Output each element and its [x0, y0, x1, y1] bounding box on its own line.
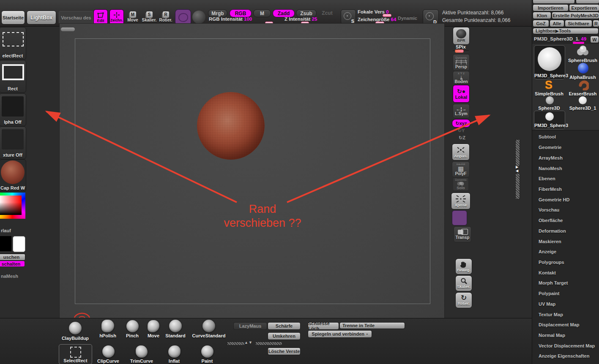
- menu-morph-target[interactable]: Morph Target: [532, 278, 599, 288]
- r-button[interactable]: R: [593, 20, 599, 27]
- brush-clipcurve[interactable]: ClipCurve: [94, 345, 123, 364]
- bottom-divider-arrows[interactable]: ▲▼: [244, 340, 253, 345]
- lightbox-button[interactable]: LightBox: [27, 11, 56, 24]
- color-picker[interactable]: [0, 193, 25, 219]
- tool-thumb-alphabrush[interactable]: AlphaBrush: [567, 63, 599, 80]
- erstelle-polymesh3d-button[interactable]: Erstelle PolyMesh3D: [552, 12, 599, 19]
- lokal-symmetry-button[interactable]: ↻● Lokal: [453, 85, 470, 103]
- tray-open-arrow[interactable]: ▶: [514, 165, 520, 169]
- xyz-symmetry-button[interactable]: ↻xyz: [452, 119, 470, 128]
- spiegeln-verbinden-button[interactable]: Spiegeln und verbinden ×: [308, 330, 372, 338]
- tool-thumb-simplebrush[interactable]: S SimpleBrush: [533, 80, 565, 96]
- brush-curvestandard[interactable]: CurveStandard: [189, 319, 228, 339]
- color-picker-field[interactable]: [0, 196, 22, 215]
- anpassen-frame-button[interactable]: Anpas.: [452, 144, 470, 160]
- brush-standard[interactable]: Standard: [162, 319, 189, 339]
- menu-nanomesh[interactable]: NanoMesh: [532, 163, 599, 174]
- polyframe-button[interactable]: ine-Fill ▦ PolyF: [452, 161, 470, 177]
- menu-subtool[interactable]: Subtool: [532, 132, 599, 142]
- main-color-swatch[interactable]: [0, 236, 11, 251]
- boden-button[interactable]: x Y z ↓ Boden: [453, 71, 470, 84]
- menu-fibermesh[interactable]: FiberMesh: [532, 184, 599, 195]
- menu-polypaint[interactable]: Polypaint: [532, 288, 599, 299]
- toggle-color-button[interactable]: schalten: [0, 261, 25, 266]
- cutoff-button-right[interactable]: [576, 0, 599, 4]
- rect-stroke-tile[interactable]: Rect: [0, 60, 26, 93]
- sichtbare-button[interactable]: Sichtbare: [565, 20, 592, 27]
- w-button[interactable]: W: [590, 36, 599, 43]
- menu-vorschau[interactable]: Vorschau: [532, 205, 599, 215]
- brush-inflat[interactable]: Inflat: [164, 345, 184, 364]
- brush-paint[interactable]: Paint: [197, 345, 217, 364]
- brush-trimcurve[interactable]: TrimCurve: [125, 345, 158, 364]
- menu-geometrie[interactable]: Geometrie: [532, 142, 599, 153]
- bpr-render-button[interactable]: BPR: [453, 27, 470, 45]
- solo-button[interactable]: Dynamic Solo: [453, 177, 469, 191]
- material-tile[interactable]: Cap Red W: [0, 159, 26, 192]
- startseite-button[interactable]: Startseite: [1, 11, 25, 24]
- alpha-off-tile[interactable]: lpha Off: [0, 93, 26, 126]
- menu-anzeige[interactable]: Anzeige: [532, 247, 599, 257]
- secondary-color-swatch[interactable]: [13, 236, 25, 252]
- umkehren-button[interactable]: Umkehren: [268, 332, 301, 340]
- material-sphere-icon[interactable]: [191, 9, 206, 24]
- spix-slider-handle[interactable]: [455, 49, 464, 53]
- loesche-verste-button[interactable]: Lösche Verste: [268, 348, 301, 355]
- schaerfe-button[interactable]: Schärfe: [268, 322, 301, 330]
- importieren-button[interactable]: Importieren: [533, 4, 569, 11]
- menu-kontakt[interactable]: Kontakt: [532, 267, 599, 278]
- menu-anzeige-eigenschaften[interactable]: Anzeige Eigenschaften: [532, 351, 599, 361]
- vorschau-button[interactable]: Vorschau des: [59, 11, 93, 24]
- exportieren-button[interactable]: Exportieren: [569, 4, 599, 11]
- m-toggle[interactable]: M: [253, 9, 271, 17]
- lazymaus-button[interactable]: LazyMaus: [233, 322, 267, 330]
- menu-displacement-map[interactable]: Displacement Map: [532, 320, 599, 330]
- bottom-divider-left[interactable]: [227, 342, 245, 345]
- bottom-divider-right[interactable]: [255, 342, 282, 345]
- lsym-button[interactable]: ←¦→ L.Sym: [453, 104, 470, 118]
- alle-button[interactable]: Alle: [550, 20, 564, 27]
- brush-selectrect[interactable]: SelectRect: [59, 344, 92, 364]
- lightbox-tools-button[interactable]: Lightbox▶Tools: [533, 28, 599, 34]
- menu-maskieren[interactable]: Maskieren: [532, 236, 599, 247]
- brush-claybuildup[interactable]: ClayBuildup: [59, 321, 91, 341]
- rotieren-gizmo-button[interactable]: R Rotier.: [158, 9, 174, 24]
- tool-thumb-spherebrush[interactable]: SphereBrush: [567, 45, 599, 63]
- trenne-in-teile-button[interactable]: Trenne in Teile: [339, 322, 405, 329]
- brush-move[interactable]: Move: [144, 319, 163, 339]
- tray-scrollbar-bottom[interactable]: [515, 173, 520, 199]
- klon-button[interactable]: Klon: [533, 12, 551, 19]
- menu-deformation[interactable]: Deformation: [532, 225, 599, 236]
- current-tool-name[interactable]: PM3D_Sphere3D_1. 49: [534, 36, 586, 41]
- tool-thumb-sphere3d[interactable]: Sphere3D: [533, 96, 565, 111]
- tray-scrollbar-top[interactable]: [515, 139, 520, 166]
- switch-color-button[interactable]: uschen: [0, 254, 25, 261]
- fokale-vers-slider-handle[interactable]: [383, 14, 391, 17]
- spix-label[interactable]: SPix: [453, 44, 469, 49]
- tool-thumb-sphere3d-1[interactable]: Sphere3D_1: [567, 96, 599, 111]
- move-gizmo-button[interactable]: M Move: [125, 9, 140, 24]
- menu-vector-displacement-map[interactable]: Vector Displacement Map: [532, 340, 599, 351]
- texture-off-tile[interactable]: xture Off: [0, 126, 26, 159]
- ghost-transparency-button[interactable]: [452, 210, 467, 225]
- menu-normal-map[interactable]: Normal Map: [532, 330, 599, 341]
- tool-thumb-eraserbrush[interactable]: EraserBrush: [567, 80, 599, 96]
- skalieren-gizmo-button[interactable]: S Skalier.: [141, 9, 157, 24]
- menu-geometrie-hd[interactable]: Geometrie HD: [532, 194, 599, 205]
- menu-textur-map[interactable]: Textur Map: [532, 309, 599, 320]
- menu-arraymesh[interactable]: ArrayMesh: [532, 152, 599, 163]
- cutoff-button-left[interactable]: [533, 0, 575, 4]
- xpose-button[interactable]: Xpose: [451, 193, 470, 209]
- goz-button[interactable]: GoZ: [533, 20, 549, 27]
- tool-thumb-pm3d-small[interactable]: PM3D_Sphere3: [534, 111, 565, 129]
- brush-hpolish[interactable]: hPolish: [94, 319, 122, 339]
- schliesse-loecher-button[interactable]: Schliesse Löch: [308, 322, 339, 330]
- rotieren-nav-button[interactable]: ↻ Rotier.: [455, 292, 472, 308]
- bewegen-nav-button[interactable]: Beweg.: [455, 258, 472, 274]
- brush-pinch[interactable]: Pinch: [122, 319, 143, 339]
- menu-uv-map[interactable]: UV Map: [532, 299, 599, 310]
- dynamic-toggle[interactable]: Dynamic: [398, 16, 417, 21]
- z-symmetry-button[interactable]: ↻Z: [456, 135, 468, 141]
- canvas-handle[interactable]: [61, 27, 75, 31]
- stroke-icon-button[interactable]: S: [341, 9, 356, 24]
